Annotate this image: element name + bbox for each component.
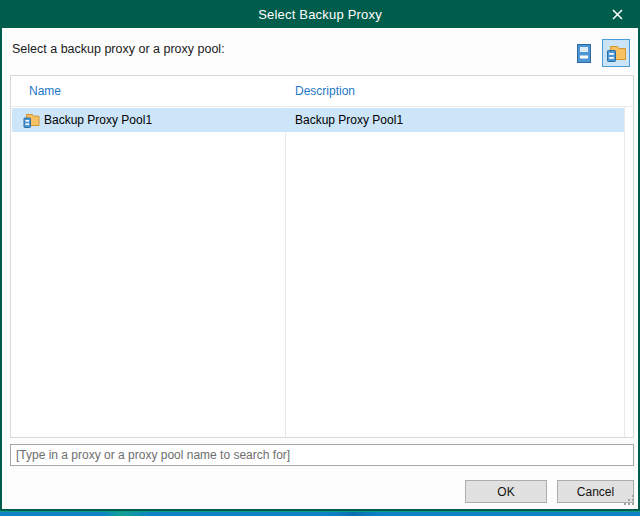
select-backup-proxy-dialog: Select Backup Proxy Select a backup prox… (0, 0, 640, 511)
search-input[interactable] (10, 444, 634, 466)
view-toolbar (570, 38, 630, 68)
row-name-label: Backup Proxy Pool1 (44, 113, 152, 127)
row-description-cell: Backup Proxy Pool1 (285, 113, 403, 127)
row-name-cell: Backup Proxy Pool1 (12, 113, 285, 128)
proxy-list-panel: Name Description Backup Proxy Pool1 Back… (10, 75, 634, 438)
table-header: Name Description (11, 76, 633, 107)
server-icon (577, 44, 591, 63)
proxy-pools-view-button[interactable] (602, 39, 630, 67)
titlebar[interactable]: Select Backup Proxy (0, 0, 640, 28)
column-header-description[interactable]: Description (285, 76, 355, 106)
column-divider (624, 76, 625, 437)
column-header-name[interactable]: Name (11, 76, 285, 106)
instruction-label: Select a backup proxy or a proxy pool: (12, 42, 225, 56)
window-title: Select Backup Proxy (258, 7, 382, 22)
close-button[interactable] (600, 0, 634, 28)
background-window-strip (0, 511, 640, 516)
proxy-pool-icon (23, 113, 40, 128)
table-row[interactable]: Backup Proxy Pool1 Backup Proxy Pool1 (12, 108, 624, 132)
proxy-pool-icon (606, 44, 626, 62)
ok-button[interactable]: OK (465, 480, 547, 503)
resize-grip[interactable] (622, 493, 634, 505)
close-icon (612, 9, 623, 20)
proxies-view-button[interactable] (570, 39, 598, 67)
